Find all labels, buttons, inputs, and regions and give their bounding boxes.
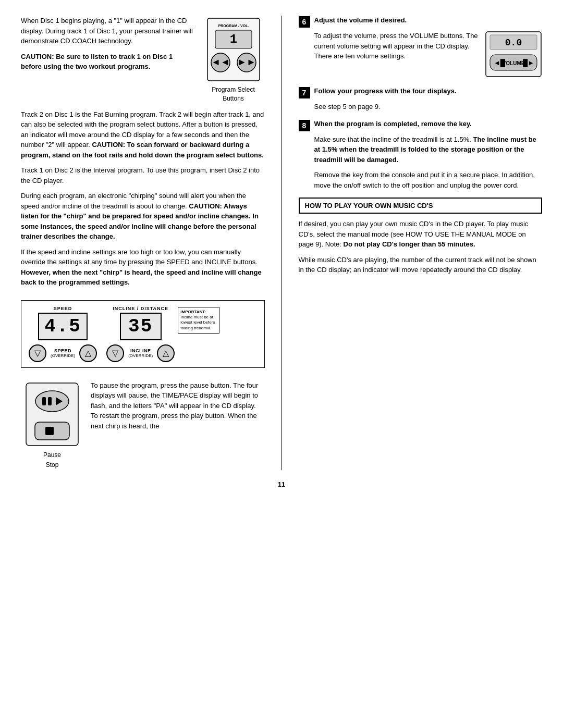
incline-up-button[interactable]: △ bbox=[157, 344, 175, 362]
incline-display-unit: INCLINE / DISTANCE 35 ▽ INCLINE (OVERRID… bbox=[106, 306, 175, 362]
program-device: PROGRAM / VOL. 1 ◄◄ ►► Program Select Bu… bbox=[202, 16, 265, 103]
program-device-svg: PROGRAM / VOL. 1 ◄◄ ►► bbox=[205, 16, 262, 83]
svg-rect-0 bbox=[207, 18, 260, 81]
step8-para2: Remove the key from the console and put … bbox=[314, 170, 543, 190]
pause-stop-block: Pause Stop To pause the program, press t… bbox=[21, 380, 265, 470]
step7-number: 7 bbox=[299, 87, 310, 98]
speed-button-sublabel: (OVERRIDE) bbox=[51, 353, 75, 358]
svg-text:█►: █► bbox=[523, 59, 534, 67]
step8-header: 8 When the program is completed, remove … bbox=[299, 119, 543, 131]
volume-text: To adjust the volume, press the VOLUME b… bbox=[314, 31, 480, 67]
incline-buttons: ▽ INCLINE (OVERRIDE) △ bbox=[106, 344, 175, 362]
pause-stop-labels: Pause Stop bbox=[43, 450, 61, 470]
incline-number: 35 bbox=[120, 313, 162, 340]
step6-para1: To adjust the volume, press the VOLUME b… bbox=[314, 31, 480, 61]
speed-button-label: SPEED bbox=[54, 348, 71, 353]
svg-text:►►: ►► bbox=[237, 57, 256, 67]
speed-display-unit: SPEED 4.5 ▽ SPEED (OVERRIDE) △ bbox=[29, 306, 97, 362]
paragraph4: During each program, an electronic "chir… bbox=[21, 191, 265, 242]
step8-title: When the program is completed, remove th… bbox=[314, 119, 472, 129]
how-to-para1: If desired, you can play your own music … bbox=[299, 219, 543, 250]
step7-title: Follow your progress with the four displ… bbox=[314, 87, 457, 96]
si-displays: SPEED 4.5 ▽ SPEED (OVERRIDE) △ INCLINE bbox=[29, 306, 257, 362]
program-device-label: Program Select Buttons bbox=[212, 85, 255, 103]
incline-header-label: INCLINE / DISTANCE bbox=[113, 306, 168, 311]
intro-block: When Disc 1 begins playing, a "1" will a… bbox=[21, 16, 265, 103]
svg-text:PROGRAM / VOL.: PROGRAM / VOL. bbox=[218, 24, 249, 28]
pause-stop-svg bbox=[23, 380, 81, 448]
caution-bold: CAUTION: Be sure to listen to track 1 on… bbox=[21, 53, 173, 71]
page-layout: When Disc 1 begins playing, a "1" will a… bbox=[21, 16, 542, 470]
volume-block: To adjust the volume, press the VOLUME b… bbox=[314, 31, 543, 79]
svg-text:1: 1 bbox=[229, 32, 237, 46]
step8-content: Make sure that the incline of the treadm… bbox=[314, 134, 543, 191]
volume-device-svg: 0.0 ◄█ VOLUME █► bbox=[485, 31, 542, 78]
svg-rect-11 bbox=[48, 397, 52, 405]
intro-text: When Disc 1 begins playing, a "1" will a… bbox=[21, 16, 195, 103]
speed-down-button[interactable]: ▽ bbox=[29, 344, 46, 362]
step6-content: To adjust the volume, press the VOLUME b… bbox=[314, 31, 543, 79]
intro-paragraph1: When Disc 1 begins playing, a "1" will a… bbox=[21, 16, 195, 46]
right-column: 6 Adjust the volume if desired. To adjus… bbox=[299, 16, 543, 470]
svg-text:VOLUME: VOLUME bbox=[503, 60, 525, 66]
incline-button-sublabel: (OVERRIDE) bbox=[128, 353, 153, 358]
incline-down-button[interactable]: ▽ bbox=[106, 344, 124, 362]
step7-para1: See step 5 on page 9. bbox=[314, 102, 543, 112]
speed-buttons: ▽ SPEED (OVERRIDE) △ bbox=[29, 344, 97, 362]
step6-header: 6 Adjust the volume if desired. bbox=[299, 16, 543, 28]
speed-header-label: SPEED bbox=[54, 306, 72, 311]
important-note: IMPORTANT: Incline must be at lowest lev… bbox=[178, 307, 219, 334]
svg-text:◄◄: ◄◄ bbox=[211, 57, 230, 67]
pause-paragraph: To pause the program, press the pause bu… bbox=[91, 380, 265, 431]
svg-point-9 bbox=[35, 391, 69, 412]
how-to-para2: While music CD's are playing, the number… bbox=[299, 255, 543, 275]
svg-text:0.0: 0.0 bbox=[505, 38, 522, 48]
step6-title: Adjust the volume if desired. bbox=[314, 16, 407, 25]
step8-number: 8 bbox=[299, 120, 310, 131]
svg-rect-10 bbox=[42, 397, 46, 405]
speed-up-button[interactable]: △ bbox=[79, 344, 97, 362]
svg-rect-14 bbox=[45, 427, 54, 435]
step6-number: 6 bbox=[299, 16, 310, 28]
speed-incline-block: SPEED 4.5 ▽ SPEED (OVERRIDE) △ INCLINE bbox=[21, 300, 265, 368]
incline-group: INCLINE / DISTANCE 35 ▽ INCLINE (OVERRID… bbox=[106, 306, 219, 362]
pause-stop-device: Pause Stop bbox=[21, 380, 83, 470]
page-number: 11 bbox=[21, 480, 542, 488]
left-column: When Disc 1 begins playing, a "1" will a… bbox=[21, 16, 265, 470]
paragraph2: Track 2 on Disc 1 is the Fat Burning pro… bbox=[21, 109, 265, 161]
paragraph5: If the speed and incline settings are to… bbox=[21, 247, 265, 288]
step7-content: See step 5 on page 9. bbox=[314, 102, 543, 112]
incline-button-label: INCLINE bbox=[130, 348, 151, 353]
column-divider bbox=[282, 16, 282, 470]
volume-device: 0.0 ◄█ VOLUME █► bbox=[485, 31, 542, 79]
how-to-section-box: HOW TO PLAY YOUR OWN MUSIC CD'S bbox=[299, 198, 543, 214]
step7-header: 7 Follow your progress with the four dis… bbox=[299, 87, 543, 98]
step8-para1: Make sure that the incline of the treadm… bbox=[314, 134, 543, 165]
pause-intro-text: To pause the program, press the pause bu… bbox=[91, 380, 265, 470]
paragraph3: Track 1 on Disc 2 is the Interval progra… bbox=[21, 165, 265, 186]
how-to-title: HOW TO PLAY YOUR OWN MUSIC CD'S bbox=[305, 202, 536, 209]
speed-number: 4.5 bbox=[38, 313, 88, 340]
